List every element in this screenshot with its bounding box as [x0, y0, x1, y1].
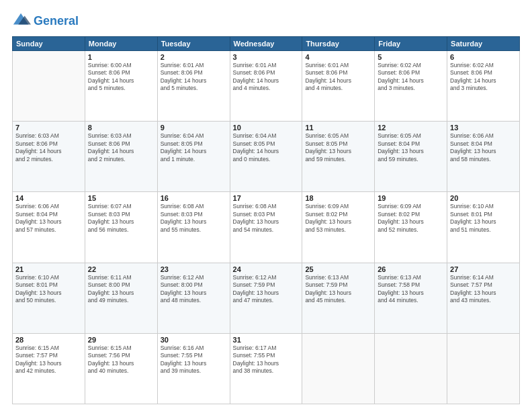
day-number: 21 [15, 265, 82, 273]
cell-info: Sunrise: 6:05 AMSunset: 8:04 PMDaylight:… [378, 132, 444, 163]
day-number: 4 [305, 53, 371, 61]
day-number: 29 [88, 336, 154, 344]
calendar-cell: 28Sunrise: 6:15 AMSunset: 7:57 PMDayligh… [13, 333, 85, 404]
calendar-cell: 22Sunrise: 6:11 AMSunset: 8:00 PMDayligh… [85, 263, 157, 333]
day-number: 6 [450, 53, 517, 61]
header: General [12, 12, 520, 31]
calendar-cell: 6Sunrise: 6:02 AMSunset: 8:06 PMDaylight… [447, 51, 520, 122]
calendar-cell: 15Sunrise: 6:07 AMSunset: 8:03 PMDayligh… [85, 192, 157, 263]
calendar-cell: 11Sunrise: 6:05 AMSunset: 8:05 PMDayligh… [302, 122, 375, 192]
calendar-cell: 4Sunrise: 6:01 AMSunset: 8:06 PMDaylight… [302, 51, 375, 122]
cell-info: Sunrise: 6:10 AMSunset: 8:01 PMDaylight:… [450, 203, 517, 234]
cell-info: Sunrise: 6:17 AMSunset: 7:55 PMDaylight:… [233, 345, 300, 375]
cell-info: Sunrise: 6:06 AMSunset: 8:04 PMDaylight:… [15, 203, 82, 234]
cell-info: Sunrise: 6:08 AMSunset: 8:03 PMDaylight:… [161, 203, 227, 234]
calendar-cell: 5Sunrise: 6:02 AMSunset: 8:06 PMDaylight… [375, 51, 447, 122]
day-number: 5 [378, 53, 444, 61]
calendar-cell: 16Sunrise: 6:08 AMSunset: 8:03 PMDayligh… [157, 192, 230, 263]
calendar-cell: 24Sunrise: 6:12 AMSunset: 7:59 PMDayligh… [230, 263, 302, 333]
day-number: 30 [161, 336, 227, 344]
calendar-header-wednesday: Wednesday [230, 37, 302, 51]
day-number: 22 [88, 265, 154, 273]
calendar-cell [13, 51, 85, 122]
day-number: 19 [378, 194, 444, 202]
cell-info: Sunrise: 6:12 AMSunset: 8:00 PMDaylight:… [161, 274, 227, 305]
cell-info: Sunrise: 6:05 AMSunset: 8:05 PMDaylight:… [305, 132, 371, 163]
cell-info: Sunrise: 6:03 AMSunset: 8:06 PMDaylight:… [15, 132, 82, 163]
day-number: 24 [233, 265, 300, 273]
logo-icon [12, 11, 31, 30]
calendar-cell: 10Sunrise: 6:04 AMSunset: 8:05 PMDayligh… [230, 122, 302, 192]
cell-info: Sunrise: 6:02 AMSunset: 8:06 PMDaylight:… [450, 62, 517, 93]
calendar-header-row: SundayMondayTuesdayWednesdayThursdayFrid… [13, 37, 520, 51]
calendar-cell [375, 333, 447, 404]
calendar-cell [447, 333, 520, 404]
calendar-cell: 26Sunrise: 6:13 AMSunset: 7:58 PMDayligh… [375, 263, 447, 333]
calendar-week-5: 28Sunrise: 6:15 AMSunset: 7:57 PMDayligh… [13, 333, 520, 404]
calendar-cell: 31Sunrise: 6:17 AMSunset: 7:55 PMDayligh… [230, 333, 302, 404]
day-number: 2 [161, 53, 227, 61]
day-number: 16 [161, 194, 227, 202]
day-number: 8 [88, 124, 154, 132]
calendar-header-tuesday: Tuesday [157, 37, 230, 51]
cell-info: Sunrise: 6:02 AMSunset: 8:06 PMDaylight:… [378, 62, 444, 93]
day-number: 7 [15, 124, 82, 132]
calendar-cell: 18Sunrise: 6:09 AMSunset: 8:02 PMDayligh… [302, 192, 375, 263]
calendar-week-4: 21Sunrise: 6:10 AMSunset: 8:01 PMDayligh… [13, 263, 520, 333]
day-number: 28 [15, 336, 82, 344]
calendar-cell: 2Sunrise: 6:01 AMSunset: 8:06 PMDaylight… [157, 51, 230, 122]
day-number: 17 [233, 194, 300, 202]
day-number: 31 [233, 336, 300, 344]
calendar-header-friday: Friday [375, 37, 447, 51]
calendar-week-2: 7Sunrise: 6:03 AMSunset: 8:06 PMDaylight… [13, 122, 520, 192]
day-number: 23 [161, 265, 227, 273]
day-number: 26 [378, 265, 444, 273]
calendar-week-1: 1Sunrise: 6:00 AMSunset: 8:06 PMDaylight… [13, 51, 520, 122]
cell-info: Sunrise: 6:07 AMSunset: 8:03 PMDaylight:… [88, 203, 154, 234]
cell-info: Sunrise: 6:09 AMSunset: 8:02 PMDaylight:… [378, 203, 444, 234]
calendar-table: SundayMondayTuesdayWednesdayThursdayFrid… [12, 36, 520, 404]
cell-info: Sunrise: 6:16 AMSunset: 7:55 PMDaylight:… [161, 345, 227, 375]
calendar-cell: 14Sunrise: 6:06 AMSunset: 8:04 PMDayligh… [13, 192, 85, 263]
cell-info: Sunrise: 6:10 AMSunset: 8:01 PMDaylight:… [15, 274, 82, 305]
cell-info: Sunrise: 6:11 AMSunset: 8:00 PMDaylight:… [88, 274, 154, 305]
cell-info: Sunrise: 6:04 AMSunset: 8:05 PMDaylight:… [161, 132, 227, 163]
cell-info: Sunrise: 6:01 AMSunset: 8:06 PMDaylight:… [233, 62, 300, 93]
cell-info: Sunrise: 6:01 AMSunset: 8:06 PMDaylight:… [305, 62, 371, 93]
calendar-cell: 19Sunrise: 6:09 AMSunset: 8:02 PMDayligh… [375, 192, 447, 263]
calendar-cell: 29Sunrise: 6:15 AMSunset: 7:56 PMDayligh… [85, 333, 157, 404]
page: General SundayMondayTuesdayWednesdayThur… [0, 0, 532, 411]
cell-info: Sunrise: 6:15 AMSunset: 7:56 PMDaylight:… [88, 345, 154, 375]
day-number: 1 [88, 53, 154, 61]
calendar-cell: 7Sunrise: 6:03 AMSunset: 8:06 PMDaylight… [13, 122, 85, 192]
day-number: 14 [15, 194, 82, 202]
calendar-cell: 23Sunrise: 6:12 AMSunset: 8:00 PMDayligh… [157, 263, 230, 333]
calendar-cell: 1Sunrise: 6:00 AMSunset: 8:06 PMDaylight… [85, 51, 157, 122]
calendar-cell: 9Sunrise: 6:04 AMSunset: 8:05 PMDaylight… [157, 122, 230, 192]
logo-line1: General [34, 14, 79, 28]
cell-info: Sunrise: 6:04 AMSunset: 8:05 PMDaylight:… [233, 132, 300, 163]
calendar-cell: 8Sunrise: 6:03 AMSunset: 8:06 PMDaylight… [85, 122, 157, 192]
cell-info: Sunrise: 6:13 AMSunset: 7:59 PMDaylight:… [305, 274, 371, 305]
day-number: 11 [305, 124, 371, 132]
calendar-header-monday: Monday [85, 37, 157, 51]
day-number: 25 [305, 265, 371, 273]
calendar-cell: 27Sunrise: 6:14 AMSunset: 7:57 PMDayligh… [447, 263, 520, 333]
calendar-header-sunday: Sunday [13, 37, 85, 51]
calendar-header-saturday: Saturday [447, 37, 520, 51]
calendar-cell: 3Sunrise: 6:01 AMSunset: 8:06 PMDaylight… [230, 51, 302, 122]
cell-info: Sunrise: 6:13 AMSunset: 7:58 PMDaylight:… [378, 274, 444, 305]
calendar-week-3: 14Sunrise: 6:06 AMSunset: 8:04 PMDayligh… [13, 192, 520, 263]
cell-info: Sunrise: 6:09 AMSunset: 8:02 PMDaylight:… [305, 203, 371, 234]
day-number: 15 [88, 194, 154, 202]
calendar-cell [302, 333, 375, 404]
cell-info: Sunrise: 6:06 AMSunset: 8:04 PMDaylight:… [450, 132, 517, 163]
calendar-cell: 13Sunrise: 6:06 AMSunset: 8:04 PMDayligh… [447, 122, 520, 192]
cell-info: Sunrise: 6:14 AMSunset: 7:57 PMDaylight:… [450, 274, 517, 305]
day-number: 18 [305, 194, 371, 202]
cell-info: Sunrise: 6:15 AMSunset: 7:57 PMDaylight:… [15, 345, 82, 375]
cell-info: Sunrise: 6:01 AMSunset: 8:06 PMDaylight:… [161, 62, 227, 93]
day-number: 9 [161, 124, 227, 132]
cell-info: Sunrise: 6:08 AMSunset: 8:03 PMDaylight:… [233, 203, 300, 234]
cell-info: Sunrise: 6:12 AMSunset: 7:59 PMDaylight:… [233, 274, 300, 305]
